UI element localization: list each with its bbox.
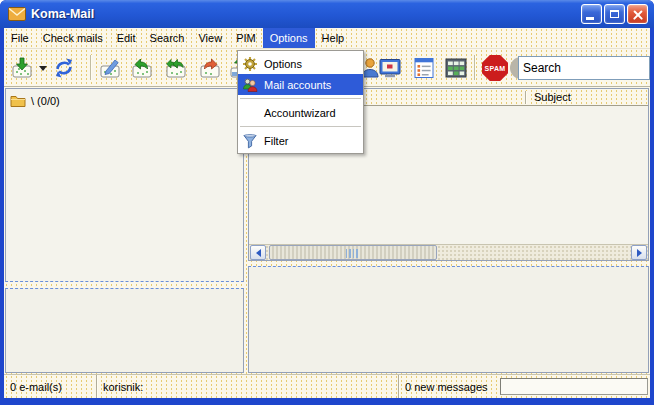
column-divider[interactable] — [525, 91, 526, 104]
compose-button[interactable] — [96, 54, 124, 82]
menu-options[interactable]: Options — [263, 28, 315, 48]
message-preview-pane — [248, 266, 649, 373]
menu-search[interactable]: Search — [143, 28, 192, 48]
status-email-count: 0 e-mail(s) — [4, 375, 96, 398]
menu-item-label: Filter — [264, 135, 288, 147]
status-new-messages: 0 new messages — [398, 375, 498, 398]
horizontal-scrollbar[interactable] — [249, 244, 648, 260]
reply-arrow-icon — [129, 55, 155, 81]
down-arrow-tray-icon — [9, 55, 35, 81]
column-header-subject[interactable]: Subject — [534, 91, 571, 103]
menu-separator — [240, 126, 361, 127]
right-arrow-icon — [637, 249, 642, 257]
menu-item-label: Accountwizard — [264, 107, 336, 119]
spam-stop-icon: SPAM — [485, 65, 506, 72]
maximize-button[interactable] — [604, 4, 625, 24]
menu-item-options[interactable]: Options — [238, 53, 363, 74]
statusbar: 0 e-mail(s) korisnik: 0 new messages — [4, 374, 650, 398]
status-user: korisnik: — [96, 375, 398, 398]
left-arrow-icon — [256, 249, 261, 257]
menu-item-mail-accounts[interactable]: Mail accounts — [238, 74, 363, 95]
menu-item-label: Mail accounts — [264, 79, 331, 91]
pencil-tray-icon — [97, 55, 123, 81]
receive-mail-button[interactable] — [8, 54, 36, 82]
tasks-button[interactable] — [410, 54, 438, 82]
app-envelope-icon[interactable] — [8, 7, 26, 21]
window-title: Koma-Mail — [31, 7, 581, 21]
minimize-icon — [586, 17, 594, 20]
menu-separator — [240, 98, 361, 99]
menu-check-mails[interactable]: Check mails — [36, 28, 110, 48]
maximize-icon — [610, 10, 619, 18]
attachment-pane — [5, 288, 244, 373]
folder-tree-pane[interactable]: \ (0/0) — [5, 88, 244, 282]
menu-view[interactable]: View — [191, 28, 229, 48]
menu-pim[interactable]: PIM — [229, 28, 263, 48]
menu-item-filter[interactable]: Filter — [238, 130, 363, 151]
calendar-button[interactable] — [442, 54, 470, 82]
menu-help[interactable]: Help — [315, 28, 352, 48]
window-controls — [581, 4, 648, 24]
send-receive-button[interactable] — [50, 54, 78, 82]
refresh-arrows-icon — [51, 55, 77, 81]
menu-edit[interactable]: Edit — [110, 28, 143, 48]
folder-icon — [10, 94, 26, 107]
funnel-icon — [241, 133, 259, 149]
close-button[interactable] — [627, 4, 648, 24]
list-icon — [411, 55, 437, 81]
spam-button[interactable]: SPAM — [482, 55, 508, 81]
receive-dropdown-chevron-icon[interactable] — [39, 66, 47, 71]
accounts-icon — [241, 77, 259, 93]
gear-icon — [241, 56, 259, 72]
scrollbar-thumb[interactable] — [269, 245, 437, 260]
app-window: Koma-Mail File Check mails Edit Search V… — [0, 0, 654, 405]
folder-root-label: \ (0/0) — [31, 95, 60, 107]
minimize-button[interactable] — [581, 4, 602, 24]
options-dropdown-menu: Options Mail accounts Accountwizard — [237, 50, 364, 154]
menubar: File Check mails Edit Search View PIM Op… — [4, 28, 650, 49]
thumb-grip-icon — [346, 249, 360, 258]
status-progress-box — [500, 378, 648, 395]
scroll-left-button[interactable] — [250, 245, 266, 260]
toolbar-separator — [474, 55, 475, 80]
folder-root-item[interactable]: \ (0/0) — [6, 89, 243, 112]
grid-icon — [443, 55, 469, 81]
scroll-right-button[interactable] — [631, 245, 647, 260]
toolbar-separator — [90, 55, 91, 80]
monitor-icon — [377, 55, 403, 81]
forward-arrow-icon — [197, 55, 223, 81]
double-reply-arrow-icon — [163, 55, 189, 81]
reply-button[interactable] — [128, 54, 156, 82]
search-input[interactable] — [518, 56, 650, 80]
remote-view-button[interactable] — [376, 54, 404, 82]
menu-item-label: Options — [264, 58, 302, 70]
reply-all-button[interactable] — [162, 54, 190, 82]
titlebar[interactable]: Koma-Mail — [0, 0, 654, 28]
forward-button[interactable] — [196, 54, 224, 82]
menu-file[interactable]: File — [4, 28, 36, 48]
menu-item-accountwizard[interactable]: Accountwizard — [238, 102, 363, 123]
